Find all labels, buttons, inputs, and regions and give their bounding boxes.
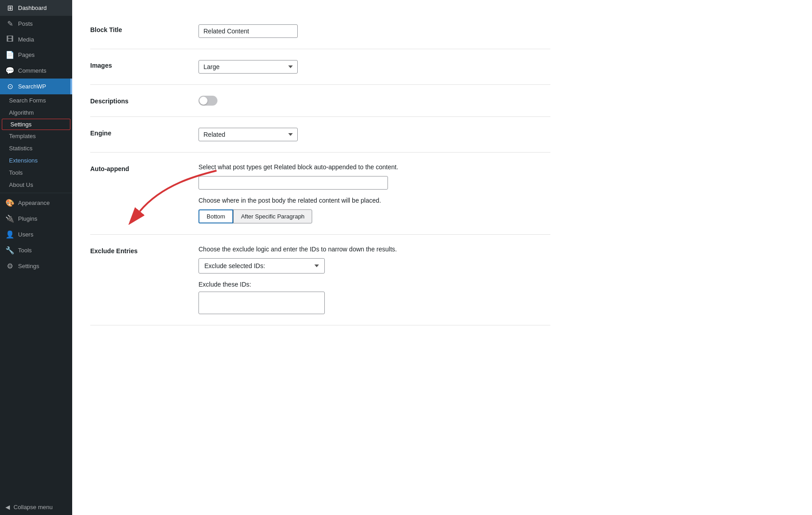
sidebar-item-extensions[interactable]: Extensions	[0, 154, 72, 167]
sidebar-item-comments[interactable]: 💬 Comments	[0, 63, 72, 79]
engine-select[interactable]: Related Default	[198, 128, 298, 141]
auto-append-post-types-input[interactable]	[198, 176, 388, 190]
sidebar-item-users[interactable]: 👤 Users	[0, 227, 72, 242]
sidebar-item-search-forms[interactable]: Search Forms	[0, 94, 72, 107]
descriptions-label: Descriptions	[90, 96, 180, 105]
block-title-input[interactable]	[198, 24, 298, 38]
engine-control: Related Default	[198, 128, 550, 141]
sidebar-item-searchwp[interactable]: ⊙ SearchWP	[0, 79, 72, 94]
exclude-ids-input[interactable]	[198, 292, 325, 314]
sidebar-divider	[0, 193, 72, 193]
sidebar-item-about-us[interactable]: About Us	[0, 179, 72, 191]
engine-row: Engine Related Default	[90, 117, 550, 153]
dashboard-icon: ⊞	[5, 4, 14, 12]
searchwp-submenu: Search Forms Algorithm Settings Template…	[0, 94, 72, 191]
sidebar-item-appearance[interactable]: 🎨 Appearance	[0, 195, 72, 211]
placement-description: Choose where in the post body the relate…	[198, 197, 550, 204]
exclude-description: Choose the exclude logic and enter the I…	[198, 246, 550, 253]
pages-icon: 📄	[5, 51, 14, 59]
sidebar-item-settings[interactable]: Settings	[2, 119, 70, 130]
sidebar-item-dashboard[interactable]: ⊞ Dashboard	[0, 0, 72, 16]
placement-bottom-button[interactable]: Bottom	[198, 209, 233, 223]
images-label: Images	[90, 60, 180, 69]
placement-paragraph-button[interactable]: After Specific Paragraph	[233, 209, 312, 223]
tools-icon: 🔧	[5, 246, 14, 255]
collapse-menu-button[interactable]: ◀ Collapse menu	[0, 499, 72, 515]
auto-append-row: Auto-append Select what post types get R…	[90, 153, 550, 235]
sidebar-item-posts[interactable]: ✎ Posts	[0, 16, 72, 32]
exclude-select-wrap: Exclude selected IDs: Include selected I…	[198, 258, 325, 274]
main-content: Block Title Images Large Medium Small No…	[72, 0, 812, 515]
auto-append-control: Select what post types get Related block…	[198, 163, 550, 223]
block-title-control	[198, 24, 550, 38]
descriptions-control	[198, 96, 550, 106]
descriptions-toggle[interactable]	[198, 96, 217, 106]
exclude-entries-row: Exclude Entries Choose the exclude logic…	[90, 235, 550, 325]
sidebar-item-settings-wp[interactable]: ⚙ Settings	[0, 258, 72, 274]
sidebar-item-plugins[interactable]: 🔌 Plugins	[0, 211, 72, 227]
images-control: Large Medium Small None	[198, 60, 550, 74]
sidebar-item-algorithm[interactable]: Algorithm	[0, 107, 72, 119]
exclude-entries-control: Choose the exclude logic and enter the I…	[198, 246, 550, 314]
engine-label: Engine	[90, 128, 180, 137]
settings-icon: ⚙	[5, 262, 14, 270]
descriptions-toggle-wrap	[198, 96, 550, 106]
exclude-logic-select[interactable]: Exclude selected IDs: Include selected I…	[198, 258, 325, 274]
collapse-icon: ◀	[5, 504, 10, 510]
block-title-row: Block Title	[90, 14, 550, 49]
exclude-ids-label: Exclude these IDs:	[198, 281, 550, 288]
sidebar-item-tools[interactable]: Tools	[0, 167, 72, 179]
images-select[interactable]: Large Medium Small None	[198, 60, 298, 74]
images-row: Images Large Medium Small None	[90, 49, 550, 85]
appearance-icon: 🎨	[5, 199, 14, 207]
content-area: Block Title Images Large Medium Small No…	[72, 0, 568, 339]
auto-append-label: Auto-append	[90, 163, 180, 172]
media-icon: 🎞	[5, 35, 14, 43]
sidebar-item-tools-wp[interactable]: 🔧 Tools	[0, 242, 72, 258]
searchwp-icon: ⊙	[5, 82, 14, 91]
comments-icon: 💬	[5, 66, 14, 75]
descriptions-row: Descriptions	[90, 85, 550, 117]
auto-append-description: Select what post types get Related block…	[198, 163, 550, 171]
exclude-entries-label: Exclude Entries	[90, 246, 180, 255]
sidebar: ⊞ Dashboard ✎ Posts 🎞 Media 📄 Pages 💬 Co…	[0, 0, 72, 515]
sidebar-item-media[interactable]: 🎞 Media	[0, 32, 72, 47]
plugins-icon: 🔌	[5, 214, 14, 223]
sidebar-item-statistics[interactable]: Statistics	[0, 142, 72, 154]
sidebar-item-templates[interactable]: Templates	[0, 130, 72, 142]
placement-btn-group: Bottom After Specific Paragraph	[198, 209, 550, 223]
block-title-label: Block Title	[90, 24, 180, 33]
users-icon: 👤	[5, 230, 14, 239]
posts-icon: ✎	[5, 19, 14, 28]
sidebar-item-pages[interactable]: 📄 Pages	[0, 47, 72, 63]
